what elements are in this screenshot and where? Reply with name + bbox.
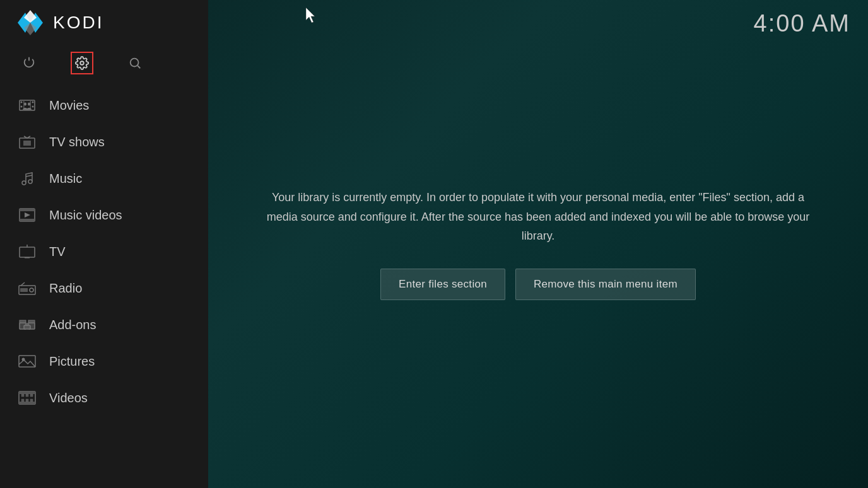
sidebar-item-radio[interactable]: Radio	[0, 270, 208, 306]
svg-rect-47	[21, 394, 24, 397]
svg-point-23	[28, 180, 32, 183]
sidebar-item-pictures-label: Pictures	[49, 354, 95, 369]
svg-point-17	[28, 103, 30, 106]
sidebar: KODI	[0, 0, 208, 488]
svg-rect-29	[20, 247, 35, 257]
addons-icon	[18, 315, 37, 334]
svg-point-5	[80, 61, 84, 65]
svg-point-16	[24, 103, 26, 106]
sidebar-item-pictures[interactable]: Pictures	[0, 343, 208, 380]
svg-rect-27	[20, 219, 35, 221]
svg-rect-45	[19, 392, 35, 394]
svg-rect-46	[19, 402, 35, 404]
musicvideos-icon	[18, 206, 37, 224]
main-content: 4:00 AM Your library is currently empty.…	[208, 0, 868, 488]
sidebar-item-music[interactable]: Music	[0, 160, 208, 197]
svg-rect-21	[23, 141, 31, 146]
search-button[interactable]	[124, 52, 146, 74]
sidebar-item-videos[interactable]: Videos	[0, 380, 208, 416]
sidebar-item-radio-label: Radio	[49, 281, 82, 296]
svg-rect-52	[30, 399, 33, 402]
svg-rect-26	[20, 209, 35, 211]
svg-marker-28	[25, 212, 30, 218]
sidebar-item-movies-label: Movies	[49, 98, 89, 113]
music-icon	[18, 169, 37, 188]
sidebar-item-tv[interactable]: TV	[0, 233, 208, 270]
svg-rect-38	[20, 320, 26, 323]
svg-point-22	[22, 181, 26, 185]
svg-rect-39	[28, 320, 35, 323]
enter-files-button[interactable]: Enter files section	[380, 269, 505, 300]
svg-point-9	[21, 102, 23, 103]
tv-icon	[18, 242, 37, 261]
sidebar-item-add-ons-label: Add-ons	[49, 318, 97, 332]
action-buttons: Enter files section Remove this main men…	[380, 269, 696, 300]
sidebar-item-tv-label: TV	[49, 245, 66, 259]
svg-rect-49	[30, 394, 33, 397]
sidebar-item-music-label: Music	[49, 171, 82, 186]
svg-rect-35	[20, 288, 28, 292]
sidebar-item-add-ons[interactable]: Add-ons	[0, 306, 208, 343]
pictures-icon	[18, 352, 37, 371]
time-display: 4:00 AM	[754, 10, 850, 37]
sidebar-item-music-videos-label: Music videos	[49, 208, 122, 223]
svg-rect-50	[21, 399, 24, 402]
remove-menu-item-button[interactable]: Remove this main menu item	[515, 269, 696, 300]
top-icon-bar	[0, 45, 208, 84]
sidebar-item-videos-label: Videos	[49, 391, 88, 405]
svg-point-6	[131, 59, 139, 67]
sidebar-item-tv-shows-label: TV shows	[49, 135, 105, 149]
content-area: Your library is currently empty. In orde…	[208, 0, 868, 488]
videos-icon	[18, 388, 37, 407]
sidebar-item-music-videos[interactable]: Music videos	[0, 197, 208, 233]
svg-point-11	[32, 102, 34, 103]
movies-icon	[18, 96, 37, 115]
settings-button[interactable]	[71, 52, 93, 74]
svg-line-7	[138, 66, 140, 68]
tvshows-icon	[18, 132, 37, 151]
svg-rect-48	[26, 394, 28, 397]
svg-point-34	[30, 288, 33, 292]
svg-rect-30	[25, 257, 30, 259]
sidebar-item-movies[interactable]: Movies	[0, 87, 208, 124]
power-button[interactable]	[18, 52, 40, 74]
radio-icon	[18, 279, 37, 298]
sidebar-item-tv-shows[interactable]: TV shows	[0, 124, 208, 160]
svg-rect-42	[19, 356, 35, 367]
svg-rect-51	[26, 399, 28, 402]
svg-line-24	[26, 175, 32, 177]
nav-menu: Movies TV shows	[0, 84, 208, 488]
app-title: KODI	[53, 13, 103, 33]
empty-library-message: Your library is currently empty. In orde…	[259, 188, 818, 246]
svg-rect-40	[24, 325, 30, 329]
logo-area: KODI	[0, 0, 208, 45]
svg-point-12	[32, 106, 34, 108]
svg-point-10	[21, 106, 23, 108]
kodi-logo-icon	[15, 8, 45, 38]
